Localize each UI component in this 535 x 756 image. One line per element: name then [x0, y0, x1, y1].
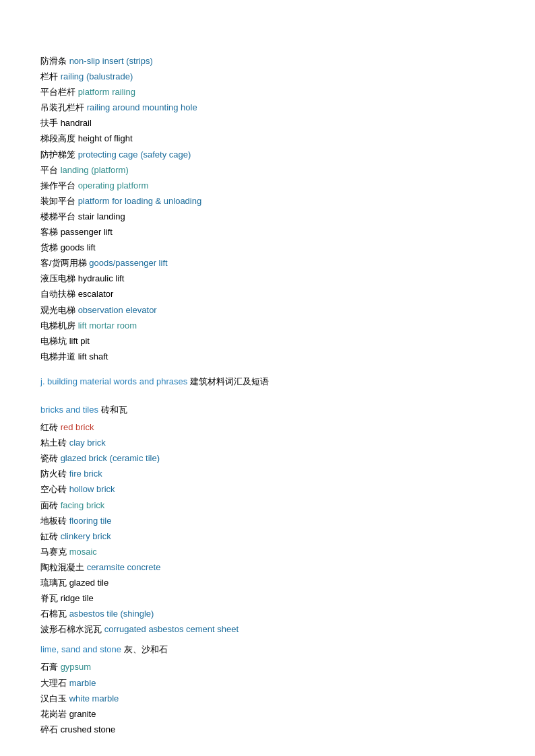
lime-line-5: 碎石 crushed stone — [40, 722, 495, 737]
brick-line-6: 面砖 facing brick — [40, 498, 495, 513]
lime-line-2: 大理石 marble — [40, 676, 495, 691]
brick-line-9: 马赛克 mosaic — [40, 545, 495, 559]
line-9: 操作平台 operating platform — [40, 178, 495, 193]
brick-line-11: 琉璃瓦 glazed tile — [40, 576, 495, 590]
line-8: 平台 landing (platform) — [40, 163, 495, 178]
brick-line-3: 瓷砖 glazed brick (ceramic tile) — [40, 451, 495, 466]
brick-line-1: 红砖 red brick — [40, 420, 495, 435]
lime-sand-lines: 石膏 gypsum 大理石 marble 汉白玉 white marble 花岗… — [40, 660, 495, 736]
line-5: 扶手 handrail — [40, 116, 495, 131]
line-16: 自动扶梯 escalator — [40, 287, 495, 302]
brick-line-14: 波形石棉水泥瓦 corrugated asbestos cement sheet — [40, 622, 495, 637]
line-15: 液压电梯 hydraulic lift — [40, 271, 495, 286]
line-17: 观光电梯 observation elevator — [40, 303, 495, 318]
lime-sand-header: lime, sand and stone 灰、沙和石 — [40, 642, 495, 657]
line-18: 电梯机房 lift mortar room — [40, 318, 495, 333]
line-12: 客梯 passenger lift — [40, 225, 495, 240]
line-4: 吊装孔栏杆 railing around mounting hole — [40, 100, 495, 115]
section-j-header: j. building material words and phrases 建… — [40, 374, 495, 389]
main-content: 防滑条 non-slip insert (strips) 栏杆 railing … — [40, 54, 495, 737]
line-10: 装卸平台 platform for loading & unloading — [40, 194, 495, 209]
lime-line-3: 汉白玉 white marble — [40, 691, 495, 706]
line-20: 电梯井道 lift shaft — [40, 349, 495, 364]
brick-line-13: 石棉瓦 asbestos tile (shingle) — [40, 607, 495, 621]
line-3: 平台栏杆 platform railing — [40, 85, 495, 100]
brick-line-4: 防火砖 fire brick — [40, 467, 495, 481]
line-6: 梯段高度 height of flight — [40, 131, 495, 146]
line-13: 货梯 goods lift — [40, 240, 495, 255]
lime-line-4: 花岗岩 granite — [40, 707, 495, 722]
bricks-lines: 红砖 red brick 粘土砖 clay brick 瓷砖 glazed br… — [40, 420, 495, 637]
brick-line-5: 空心砖 hollow brick — [40, 482, 495, 497]
brick-line-2: 粘土砖 clay brick — [40, 436, 495, 450]
line-2: 栏杆 railing (balustrade) — [40, 69, 495, 84]
line-7: 防护梯笼 protecting cage (safety cage) — [40, 147, 495, 162]
bricks-tiles-header: bricks and tiles 砖和瓦 — [40, 403, 495, 417]
brick-line-10: 陶粒混凝土 ceramsite concrete — [40, 560, 495, 575]
lime-line-1: 石膏 gypsum — [40, 660, 495, 675]
brick-line-8: 缸砖 clinkery brick — [40, 529, 495, 544]
brick-line-12: 脊瓦 ridge tile — [40, 591, 495, 606]
line-19: 电梯坑 lift pit — [40, 334, 495, 349]
line-1: 防滑条 non-slip insert (strips) — [40, 54, 495, 69]
lines-section: 防滑条 non-slip insert (strips) 栏杆 railing … — [40, 54, 495, 364]
line-11: 楼梯平台 stair landing — [40, 209, 495, 224]
brick-line-7: 地板砖 flooring tile — [40, 514, 495, 528]
line-14: 客/货两用梯 goods/passenger lift — [40, 256, 495, 271]
